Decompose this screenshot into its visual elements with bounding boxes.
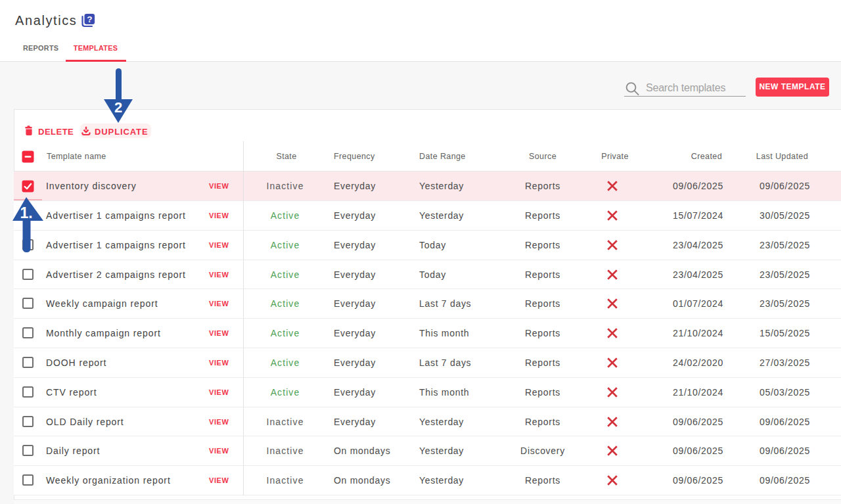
svg-text:2: 2 [114,99,122,116]
svg-text:?: ? [87,14,92,24]
svg-text:1.: 1. [20,204,32,221]
